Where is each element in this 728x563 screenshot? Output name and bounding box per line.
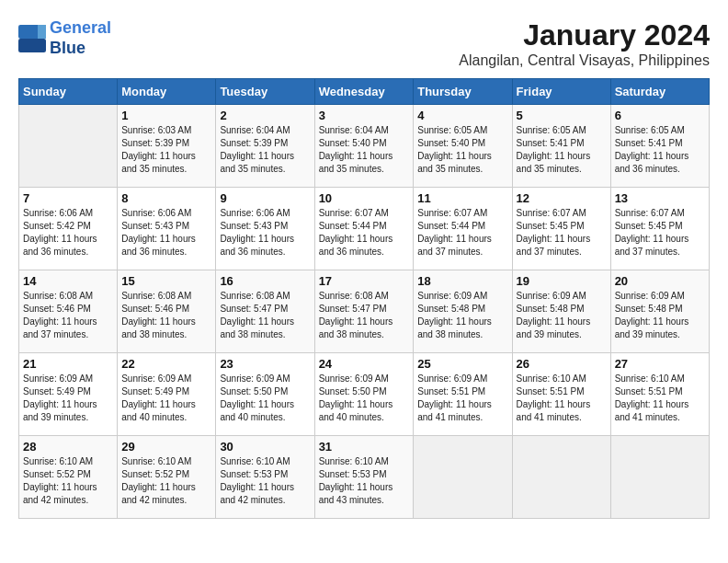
- day-info: Sunrise: 6:09 AMSunset: 5:51 PMDaylight:…: [417, 373, 507, 424]
- calendar-table: SundayMondayTuesdayWednesdayThursdayFrid…: [18, 78, 710, 519]
- day-info: Sunrise: 6:08 AMSunset: 5:46 PMDaylight:…: [121, 290, 211, 341]
- day-info: Sunrise: 6:05 AMSunset: 5:40 PMDaylight:…: [417, 124, 507, 176]
- header-cell-tuesday: Tuesday: [216, 79, 314, 105]
- day-cell: [414, 436, 512, 519]
- day-number: 9: [220, 191, 310, 205]
- day-cell: 1Sunrise: 6:03 AMSunset: 5:39 PMDaylight…: [118, 105, 216, 188]
- logo: General Blue: [18, 18, 111, 58]
- logo-icon: [18, 25, 46, 52]
- day-number: 24: [319, 357, 410, 371]
- day-number: 17: [319, 274, 410, 288]
- day-info: Sunrise: 6:09 AMSunset: 5:50 PMDaylight:…: [319, 373, 410, 424]
- day-info: Sunrise: 6:09 AMSunset: 5:50 PMDaylight:…: [220, 373, 310, 424]
- day-number: 14: [23, 274, 113, 288]
- day-cell: 20Sunrise: 6:09 AMSunset: 5:48 PMDayligh…: [610, 270, 709, 353]
- day-cell: 8Sunrise: 6:06 AMSunset: 5:43 PMDaylight…: [118, 188, 216, 270]
- header-cell-friday: Friday: [512, 79, 610, 105]
- header-cell-wednesday: Wednesday: [314, 79, 414, 105]
- day-info: Sunrise: 6:06 AMSunset: 5:42 PMDaylight:…: [23, 207, 113, 259]
- day-cell: 19Sunrise: 6:09 AMSunset: 5:48 PMDayligh…: [512, 270, 610, 353]
- day-info: Sunrise: 6:09 AMSunset: 5:49 PMDaylight:…: [121, 373, 211, 424]
- day-number: 23: [220, 357, 310, 371]
- day-info: Sunrise: 6:08 AMSunset: 5:46 PMDaylight:…: [23, 290, 113, 341]
- day-cell: 9Sunrise: 6:06 AMSunset: 5:43 PMDaylight…: [216, 188, 314, 270]
- day-cell: 14Sunrise: 6:08 AMSunset: 5:46 PMDayligh…: [19, 270, 118, 353]
- day-cell: 6Sunrise: 6:05 AMSunset: 5:41 PMDaylight…: [610, 105, 709, 188]
- svg-marker-2: [38, 25, 46, 39]
- day-number: 7: [23, 191, 113, 205]
- day-cell: 26Sunrise: 6:10 AMSunset: 5:51 PMDayligh…: [512, 353, 610, 436]
- day-info: Sunrise: 6:09 AMSunset: 5:49 PMDaylight:…: [23, 373, 113, 424]
- day-info: Sunrise: 6:07 AMSunset: 5:44 PMDaylight:…: [417, 207, 507, 259]
- day-number: 3: [319, 109, 410, 122]
- day-number: 21: [23, 357, 113, 371]
- header-cell-sunday: Sunday: [19, 79, 118, 105]
- day-number: 27: [615, 357, 705, 371]
- day-cell: 11Sunrise: 6:07 AMSunset: 5:44 PMDayligh…: [414, 188, 512, 270]
- page-header: General Blue January 2024 Alangilan, Cen…: [18, 18, 710, 69]
- header-cell-thursday: Thursday: [414, 79, 512, 105]
- day-cell: 27Sunrise: 6:10 AMSunset: 5:51 PMDayligh…: [610, 353, 709, 436]
- day-info: Sunrise: 6:07 AMSunset: 5:45 PMDaylight:…: [615, 207, 705, 259]
- day-number: 10: [319, 191, 410, 205]
- day-cell: 31Sunrise: 6:10 AMSunset: 5:53 PMDayligh…: [314, 436, 414, 519]
- day-info: Sunrise: 6:06 AMSunset: 5:43 PMDaylight:…: [121, 207, 211, 259]
- day-number: 20: [615, 274, 705, 288]
- location-title: Alangilan, Central Visayas, Philippines: [459, 52, 710, 69]
- day-info: Sunrise: 6:05 AMSunset: 5:41 PMDaylight:…: [517, 124, 607, 176]
- title-block: January 2024 Alangilan, Central Visayas,…: [459, 18, 710, 69]
- day-info: Sunrise: 6:08 AMSunset: 5:47 PMDaylight:…: [319, 290, 410, 341]
- day-number: 29: [121, 440, 211, 454]
- day-number: 15: [121, 274, 211, 288]
- day-info: Sunrise: 6:09 AMSunset: 5:48 PMDaylight:…: [517, 290, 607, 341]
- day-cell: 17Sunrise: 6:08 AMSunset: 5:47 PMDayligh…: [314, 270, 414, 353]
- day-info: Sunrise: 6:05 AMSunset: 5:41 PMDaylight:…: [615, 124, 705, 176]
- day-info: Sunrise: 6:09 AMSunset: 5:48 PMDaylight:…: [615, 290, 705, 341]
- day-number: 13: [615, 191, 705, 205]
- day-number: 1: [121, 109, 211, 122]
- day-info: Sunrise: 6:04 AMSunset: 5:39 PMDaylight:…: [220, 124, 310, 176]
- day-cell: 3Sunrise: 6:04 AMSunset: 5:40 PMDaylight…: [314, 105, 414, 188]
- day-info: Sunrise: 6:03 AMSunset: 5:39 PMDaylight:…: [121, 124, 211, 176]
- day-cell: 29Sunrise: 6:10 AMSunset: 5:52 PMDayligh…: [118, 436, 216, 519]
- day-number: 8: [121, 191, 211, 205]
- day-info: Sunrise: 6:10 AMSunset: 5:53 PMDaylight:…: [319, 455, 410, 507]
- day-cell: 4Sunrise: 6:05 AMSunset: 5:40 PMDaylight…: [414, 105, 512, 188]
- day-info: Sunrise: 6:07 AMSunset: 5:45 PMDaylight:…: [517, 207, 607, 259]
- day-info: Sunrise: 6:10 AMSunset: 5:52 PMDaylight:…: [23, 455, 113, 507]
- logo-text: General Blue: [50, 18, 111, 58]
- day-number: 5: [517, 109, 607, 122]
- day-cell: 28Sunrise: 6:10 AMSunset: 5:52 PMDayligh…: [19, 436, 118, 519]
- day-number: 6: [615, 109, 705, 122]
- day-cell: 24Sunrise: 6:09 AMSunset: 5:50 PMDayligh…: [314, 353, 414, 436]
- day-number: 22: [121, 357, 211, 371]
- day-number: 11: [417, 191, 507, 205]
- svg-rect-1: [18, 39, 46, 52]
- day-number: 31: [319, 440, 410, 454]
- day-cell: 23Sunrise: 6:09 AMSunset: 5:50 PMDayligh…: [216, 353, 314, 436]
- day-cell: 13Sunrise: 6:07 AMSunset: 5:45 PMDayligh…: [610, 188, 709, 270]
- day-number: 16: [220, 274, 310, 288]
- day-info: Sunrise: 6:10 AMSunset: 5:51 PMDaylight:…: [517, 373, 607, 424]
- day-cell: 30Sunrise: 6:10 AMSunset: 5:53 PMDayligh…: [216, 436, 314, 519]
- day-number: 26: [517, 357, 607, 371]
- day-info: Sunrise: 6:10 AMSunset: 5:52 PMDaylight:…: [121, 455, 211, 507]
- day-cell: 5Sunrise: 6:05 AMSunset: 5:41 PMDaylight…: [512, 105, 610, 188]
- day-number: 28: [23, 440, 113, 454]
- day-cell: [19, 105, 118, 188]
- header-cell-saturday: Saturday: [610, 79, 709, 105]
- day-cell: 12Sunrise: 6:07 AMSunset: 5:45 PMDayligh…: [512, 188, 610, 270]
- week-row-1: 1Sunrise: 6:03 AMSunset: 5:39 PMDaylight…: [19, 105, 710, 188]
- month-title: January 2024: [459, 18, 710, 52]
- day-cell: 18Sunrise: 6:09 AMSunset: 5:48 PMDayligh…: [414, 270, 512, 353]
- day-info: Sunrise: 6:06 AMSunset: 5:43 PMDaylight:…: [220, 207, 310, 259]
- day-info: Sunrise: 6:04 AMSunset: 5:40 PMDaylight:…: [319, 124, 410, 176]
- day-cell: 21Sunrise: 6:09 AMSunset: 5:49 PMDayligh…: [19, 353, 118, 436]
- week-row-2: 7Sunrise: 6:06 AMSunset: 5:42 PMDaylight…: [19, 188, 710, 270]
- day-cell: 10Sunrise: 6:07 AMSunset: 5:44 PMDayligh…: [314, 188, 414, 270]
- day-cell: 7Sunrise: 6:06 AMSunset: 5:42 PMDaylight…: [19, 188, 118, 270]
- day-cell: 16Sunrise: 6:08 AMSunset: 5:47 PMDayligh…: [216, 270, 314, 353]
- day-info: Sunrise: 6:09 AMSunset: 5:48 PMDaylight:…: [417, 290, 507, 341]
- day-number: 30: [220, 440, 310, 454]
- day-info: Sunrise: 6:08 AMSunset: 5:47 PMDaylight:…: [220, 290, 310, 341]
